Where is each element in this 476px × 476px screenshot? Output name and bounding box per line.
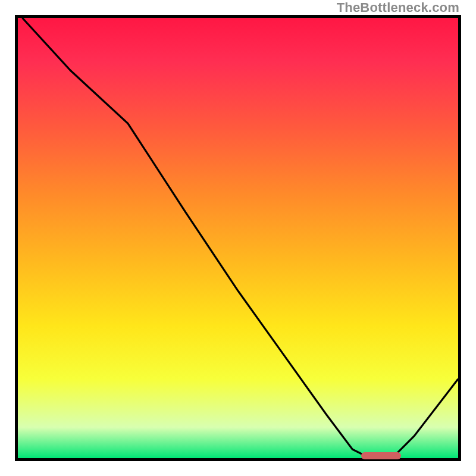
chart-frame: TheBottleneck.com — [0, 0, 476, 476]
plot-area — [15, 15, 461, 461]
line-series — [18, 18, 458, 458]
watermark-text: TheBottleneck.com — [337, 0, 459, 15]
bottleneck-curve-path — [22, 18, 458, 458]
highlight-marker — [361, 452, 401, 459]
